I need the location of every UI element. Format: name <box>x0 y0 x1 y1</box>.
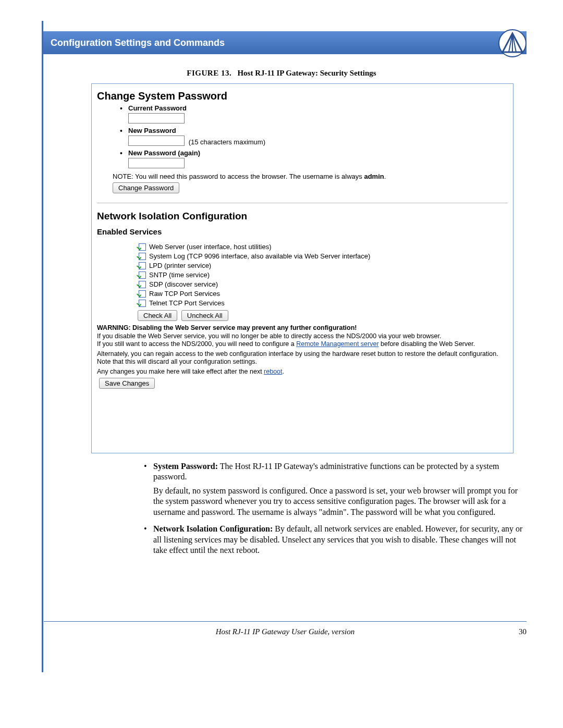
service-item: Raw TCP Port Services <box>139 289 508 299</box>
bullet-label: System Password: <box>153 462 218 471</box>
checkbox-icon[interactable] <box>139 243 146 251</box>
figure-caption: FIGURE 13. Host RJ-11 IP Gateway: Securi… <box>0 69 563 78</box>
enabled-services-list: Web Server (user interface, host utiliti… <box>139 242 508 308</box>
new-password-label: New Password <box>128 127 176 134</box>
service-label: SDP (discover service) <box>149 280 218 289</box>
warning-p1b-post: before disabling the Web Server. <box>379 340 475 348</box>
current-password-input[interactable] <box>128 113 185 124</box>
section-divider <box>97 203 508 203</box>
password-note-prefix: NOTE: You will need this password to acc… <box>113 172 364 180</box>
password-note: NOTE: You will need this password to acc… <box>113 172 508 180</box>
current-password-label: Current Password <box>128 104 187 112</box>
service-label: Web Server (user interface, host utiliti… <box>149 242 272 252</box>
document-page: Configuration Settings and Commands FIGU… <box>0 0 563 728</box>
check-all-button[interactable]: Check All <box>138 310 177 321</box>
new-password-again-input[interactable] <box>128 158 185 168</box>
service-label: Telnet TCP Port Services <box>149 299 225 308</box>
reboot-link[interactable]: reboot <box>264 368 282 375</box>
change-password-button[interactable]: Change Password <box>113 182 179 193</box>
left-margin-rule <box>42 21 43 672</box>
checkbox-icon[interactable] <box>139 290 146 298</box>
service-item: LPD (printer service) <box>139 261 508 270</box>
footer-page-number: 30 <box>519 627 527 636</box>
service-item: Telnet TCP Port Services <box>139 299 508 308</box>
bullet-label: Network Isolation Configuration: <box>153 524 273 533</box>
brand-logo-icon <box>498 29 527 57</box>
enabled-services-subheading: Enabled Services <box>97 227 508 236</box>
remote-management-link[interactable]: Remote Management server <box>296 340 378 348</box>
service-label: SNTP (time service) <box>149 270 210 280</box>
bullet-paragraph: By default, no system password is config… <box>153 486 527 517</box>
password-note-admin: admin <box>364 172 384 180</box>
checkbox-icon[interactable] <box>139 281 146 288</box>
footer-title: Host RJ-11 IP Gateway User Guide, versio… <box>44 627 527 636</box>
page-header-title: Configuration Settings and Commands <box>51 38 225 48</box>
service-label: Raw TCP Port Services <box>149 289 220 299</box>
uncheck-all-button[interactable]: Uncheck All <box>181 310 228 321</box>
service-item: System Log (TCP 9096 interface, also ava… <box>139 252 508 261</box>
web-server-warning: WARNING: Disabling the Web Server servic… <box>97 324 508 331</box>
warning-p3-post: . <box>283 368 284 375</box>
warning-paragraph-1: If you disable the Web Server service, y… <box>97 332 508 348</box>
warning-p1b-pre: If you still want to access the NDS/2000… <box>97 340 296 348</box>
change-password-heading: Change System Password <box>97 90 508 102</box>
service-item: SDP (discover service) <box>139 280 508 289</box>
service-item: SNTP (time service) <box>139 270 508 280</box>
new-password-input[interactable] <box>128 135 185 146</box>
security-settings-screenshot: Change System Password Current Password … <box>91 83 513 453</box>
password-fields-list: Current Password New Password (15 charac… <box>120 104 508 168</box>
figure-title: Host RJ-11 IP Gateway: Security Settings <box>237 69 376 77</box>
bullet-system-password: System Password: The Host RJ-11 IP Gatew… <box>141 461 527 517</box>
page-header: Configuration Settings and Commands <box>43 31 527 54</box>
checkbox-icon[interactable] <box>139 253 146 260</box>
checkbox-icon[interactable] <box>139 262 146 269</box>
checkbox-icon[interactable] <box>139 272 146 279</box>
description-body: System Password: The Host RJ-11 IP Gatew… <box>141 461 527 562</box>
warning-p3-pre: Any changes you make here will take effe… <box>97 368 264 375</box>
service-item: Web Server (user interface, host utiliti… <box>139 242 508 252</box>
new-password-item: New Password (15 characters maximum) <box>120 127 508 146</box>
password-note-suffix: . <box>384 172 386 180</box>
save-changes-button[interactable]: Save Changes <box>99 378 155 389</box>
warning-paragraph-3: Any changes you make here will take effe… <box>97 368 508 376</box>
warning-p1a: If you disable the Web Server service, y… <box>97 332 442 340</box>
bullet-network-isolation: Network Isolation Configuration: By defa… <box>141 524 527 556</box>
network-isolation-heading: Network Isolation Configuration <box>97 211 508 222</box>
figure-label: FIGURE 13. <box>187 69 231 77</box>
service-label: System Log (TCP 9096 interface, also ava… <box>149 252 370 261</box>
checkbox-icon[interactable] <box>139 300 146 307</box>
current-password-item: Current Password <box>120 104 508 124</box>
new-password-hint: (15 characters maximum) <box>189 138 265 146</box>
warning-paragraph-2: Alternately, you can regain access to th… <box>97 350 508 366</box>
new-password-again-label: New Password (again) <box>128 149 200 157</box>
footer-rule <box>44 621 527 622</box>
new-password-again-item: New Password (again) <box>120 149 508 168</box>
service-label: LPD (printer service) <box>149 261 211 270</box>
